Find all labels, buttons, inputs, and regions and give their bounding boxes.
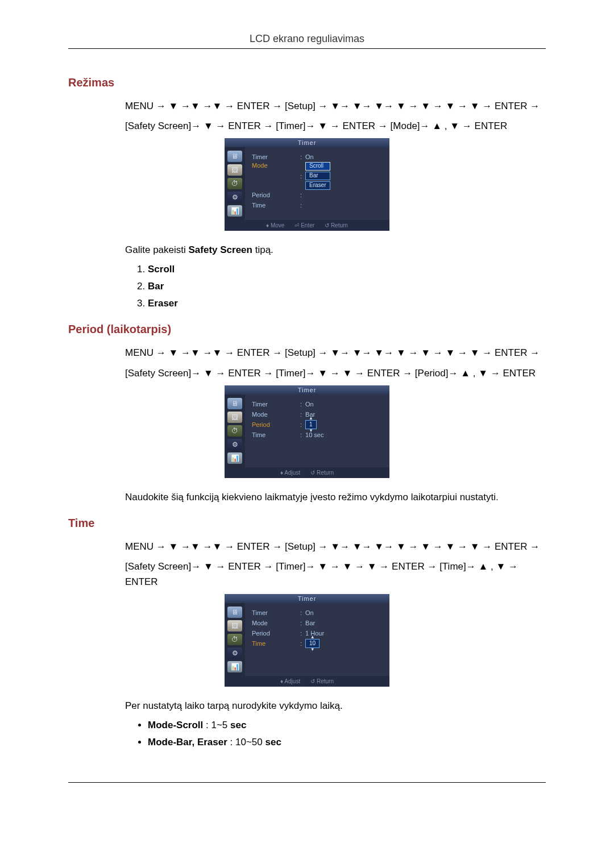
nav-path-mode-line2: [Safety Screen]→ ▼ → ENTER → [Timer]→ ▼ … xyxy=(125,118,546,134)
osd-tab-icon: 📊 xyxy=(227,661,242,672)
osd-label-time: Time xyxy=(252,431,300,438)
header-divider xyxy=(68,48,546,49)
period-description: Naudokite šią funkciją kiekvieno laikmat… xyxy=(125,492,546,503)
nav-path-time-line1: MENU → ▼ →▼ →▼ → ENTER → [Setup] → ▼→ ▼→… xyxy=(125,539,546,554)
osd-panel-time: Timer 🖥 🖼 ⏱ ⚙ 📊 Timer :On Mode : xyxy=(225,594,389,687)
osd-tab-icon: 🖼 xyxy=(227,164,242,176)
osd-tab-icon: ⏱ xyxy=(227,634,242,645)
nav-path-time-line2: [Safety Screen]→ ▼ → ENTER → [Timer]→ ▼ … xyxy=(125,559,546,589)
osd-label-timer: Timer xyxy=(252,609,300,616)
osd-tab-icon: ⚙ xyxy=(227,192,242,203)
list-item: Scroll xyxy=(148,264,546,275)
osd-label-mode: Mode xyxy=(252,411,300,418)
osd-tab-icon: ⚙ xyxy=(227,439,242,450)
osd-tab-icon: ⚙ xyxy=(227,647,242,659)
osd-title: Timer xyxy=(225,594,389,603)
osd-option-scroll[interactable]: Scroll xyxy=(305,162,330,171)
osd-tab-icon: ⏱ xyxy=(227,425,242,437)
osd-foot-return: ↺ Return xyxy=(325,222,348,229)
mode-description: Galite pakeisti Safety Screen tipą. xyxy=(125,244,546,256)
osd-label-mode: Mode xyxy=(252,162,300,169)
down-arrow-icon[interactable]: ▼ xyxy=(310,648,315,651)
osd-foot-return: ↺ Return xyxy=(310,470,334,476)
osd-tab-icon: 📊 xyxy=(227,205,242,217)
osd-foot-adjust: ♦ Adjust xyxy=(280,470,300,476)
footer-divider xyxy=(68,782,546,783)
osd-tab-icon: 📊 xyxy=(227,452,242,464)
osd-label-period: Period xyxy=(252,421,300,428)
osd-side-icons: 🖥 🖼 ⏱ ⚙ 📊 xyxy=(225,394,245,467)
osd-tab-icon: 🖥 xyxy=(227,151,242,162)
osd-tab-icon: ⏱ xyxy=(227,178,242,189)
section-heading-time: Time xyxy=(68,517,546,530)
osd-label-timer: Timer xyxy=(252,401,300,408)
osd-side-icons: 🖥 🖼 ⏱ ⚙ 📊 xyxy=(225,603,245,676)
osd-title: Timer xyxy=(225,138,389,147)
osd-label-period: Period xyxy=(252,192,300,198)
osd-footer: ♦ Adjust ↺ Return xyxy=(225,467,389,478)
section-heading-mode: Režimas xyxy=(68,76,546,89)
osd-label-time: Time xyxy=(252,640,300,647)
section-heading-period: Period (laikotarpis) xyxy=(68,323,546,336)
list-item: Eraser xyxy=(148,298,546,309)
osd-value-time[interactable]: : ▲ 10 ▼ xyxy=(300,636,320,651)
nav-path-mode-line1: MENU → ▼ →▼ →▼ → ENTER → [Setup] → ▼→ ▼→… xyxy=(125,98,546,114)
list-item: Mode-Scroll : 1~5 sec xyxy=(148,720,546,731)
page-title: LCD ekrano reguliavimas xyxy=(68,33,546,48)
nav-path-period-line2: [Safety Screen]→ ▼ → ENTER → [Timer]→ ▼ … xyxy=(125,366,546,381)
osd-label-period: Period xyxy=(252,630,300,637)
time-description: Per nustatytą laiko tarpą nurodykite vyk… xyxy=(125,700,546,712)
osd-foot-move: ♦ Move xyxy=(266,222,284,229)
osd-panel-period: Timer 🖥 🖼 ⏱ ⚙ 📊 Timer :On Mode : xyxy=(225,385,389,478)
osd-title: Timer xyxy=(225,385,389,394)
osd-side-icons: 🖥 🖼 ⏱ ⚙ 📊 xyxy=(225,147,245,220)
osd-foot-adjust: ♦ Adjust xyxy=(280,678,300,684)
list-item: Bar xyxy=(148,281,546,292)
osd-panel-mode: Timer 🖥 🖼 ⏱ ⚙ 📊 Timer :On Mode xyxy=(225,138,389,231)
osd-tab-icon: 🖥 xyxy=(227,398,242,409)
osd-footer: ♦ Move ⏎ Enter ↺ Return xyxy=(225,220,389,231)
osd-foot-return: ↺ Return xyxy=(310,678,334,684)
osd-label-timer: Timer xyxy=(252,153,300,160)
osd-tab-icon: 🖼 xyxy=(227,412,242,423)
osd-tab-icon: 🖼 xyxy=(227,620,242,632)
osd-value-timer: :On xyxy=(300,153,314,160)
osd-footer: ♦ Adjust ↺ Return xyxy=(225,676,389,687)
osd-option-eraser[interactable]: Eraser xyxy=(305,181,330,190)
list-item: Mode-Bar, Eraser : 10~50 sec xyxy=(148,737,546,748)
osd-mode-options[interactable]: Scroll Bar Eraser xyxy=(305,162,330,190)
osd-foot-enter: ⏎ Enter xyxy=(294,222,314,229)
time-bullet-list: Mode-Scroll : 1~5 sec Mode-Bar, Eraser :… xyxy=(136,720,546,748)
osd-label-mode: Mode xyxy=(252,620,300,626)
osd-option-bar[interactable]: Bar xyxy=(305,172,330,180)
osd-tab-icon: 🖥 xyxy=(227,607,242,618)
osd-value-period[interactable]: : ▲ 1 ▼ xyxy=(300,417,317,433)
osd-label-time: Time xyxy=(252,202,300,209)
nav-path-period-line1: MENU → ▼ →▼ →▼ → ENTER → [Setup] → ▼→ ▼→… xyxy=(125,345,546,360)
mode-type-list: Scroll Bar Eraser xyxy=(136,264,546,309)
